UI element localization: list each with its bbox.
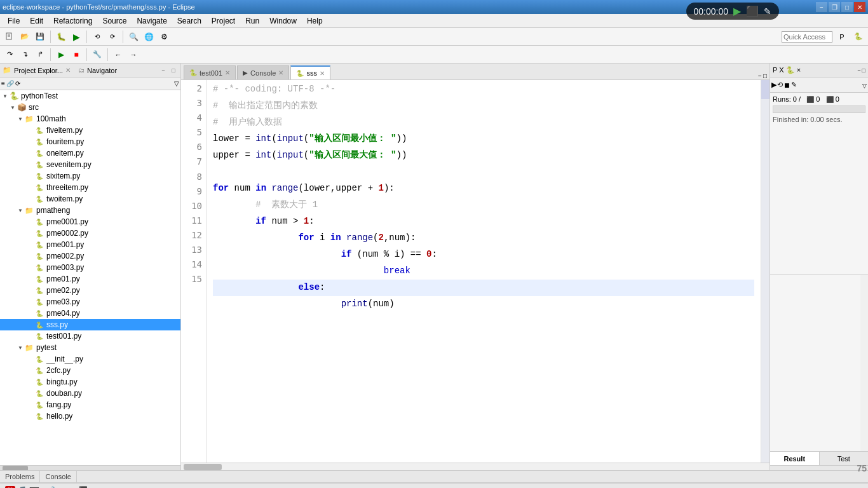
menu-project[interactable]: Project — [207, 15, 240, 27]
tree-item-pythontest[interactable]: ▼ 🐍 pythonTest — [0, 90, 180, 102]
menu-file[interactable]: File — [3, 15, 25, 27]
menu-refactoring[interactable]: Refactoring — [48, 15, 97, 27]
restore-btn[interactable]: ❐ — [829, 2, 840, 12]
step-over-btn[interactable]: ↷ — [3, 48, 17, 62]
close-btn[interactable]: ✕ — [854, 2, 865, 12]
toolbar-1: 📂 💾 🐛 ▶ ⟲ ⟳ 🔍 🌐 ⚙ P 🐍 — [0, 28, 868, 46]
menu-window[interactable]: Window — [264, 15, 302, 27]
link-editor-btn[interactable]: 🔗 — [6, 80, 14, 87]
tree-item-pme0002[interactable]: 🐍 pme0002.py — [0, 227, 180, 239]
rp-toolbar-menu[interactable]: ▽ — [862, 83, 867, 89]
tree-item-twoitem[interactable]: 🐍 twoitem.py — [0, 193, 180, 205]
maximize-btn[interactable]: □ — [841, 2, 853, 12]
toggle-pytest: ▼ — [18, 345, 24, 351]
save-btn[interactable]: 💾 — [33, 30, 47, 44]
rp-toolbar-btn-2[interactable]: ⟲ — [777, 81, 783, 89]
editor-maximize[interactable]: □ — [763, 72, 767, 79]
toolbar-btn-4[interactable]: ⟳ — [105, 30, 119, 44]
rp-minimize[interactable]: − — [857, 67, 860, 74]
toolbar-btn-6[interactable]: 🌐 — [142, 30, 156, 44]
run-config-btn[interactable]: ▶ — [54, 48, 68, 62]
tree-item-pme001[interactable]: 🐍 pme001.py — [0, 239, 180, 250]
editor-minimize[interactable]: − — [758, 72, 762, 79]
tree-item-pme02[interactable]: 🐍 pme02.py — [0, 285, 180, 296]
tree-item-pme01[interactable]: 🐍 pme01.py — [0, 273, 180, 285]
tree-item-pme03[interactable]: 🐍 pme03.py — [0, 296, 180, 308]
tree-item-douban[interactable]: 🐍 douban.py — [0, 388, 180, 399]
stop-btn[interactable]: ■ — [69, 48, 83, 62]
tree-item-2cfc[interactable]: 🐍 2cfc.py — [0, 365, 180, 376]
back-btn[interactable]: ← — [111, 48, 125, 62]
tab-close-sss[interactable]: ✕ — [320, 70, 325, 77]
h-scrollbar[interactable] — [181, 463, 770, 470]
tree-item-threeitem[interactable]: 🐍 threeitem.py — [0, 182, 180, 193]
rp-scrollbar[interactable] — [860, 275, 868, 452]
step-return-btn[interactable]: ↱ — [33, 48, 47, 62]
step-into-btn[interactable]: ↴ — [18, 48, 32, 62]
open-btn[interactable]: 📂 — [18, 30, 32, 44]
menu-edit[interactable]: Edit — [25, 15, 48, 27]
tree-item-oneitem[interactable]: 🐍 oneitem.py — [0, 147, 180, 159]
panel-maximize[interactable]: □ — [169, 66, 178, 75]
rp-toolbar-btn-4[interactable]: ✎ — [791, 81, 797, 89]
tab-close-console[interactable]: ✕ — [278, 69, 283, 76]
rp-toolbar-btn-3[interactable]: ⏹ — [783, 81, 790, 89]
bottom-problems[interactable]: Problems — [0, 470, 40, 483]
menu-run[interactable]: Run — [240, 15, 264, 27]
timer-play-btn[interactable]: ▶ — [733, 5, 741, 17]
sep-3 — [123, 30, 123, 43]
quick-access-input[interactable] — [782, 31, 832, 43]
menu-help[interactable]: Help — [302, 15, 328, 27]
tree-item-bingtu[interactable]: 🐍 bingtu.py — [0, 376, 180, 388]
rp-tab-result[interactable]: Result — [770, 452, 820, 466]
tab-sss[interactable]: 🐍 sss ✕ — [290, 65, 330, 79]
tree-item-100math[interactable]: ▼ 📁 100math — [0, 113, 180, 125]
tree-item-pme04[interactable]: 🐍 pme04.py — [0, 308, 180, 319]
toolbar-btn-7[interactable]: ⚙ — [157, 30, 171, 44]
tree-item-pme002[interactable]: 🐍 pme002.py — [0, 250, 180, 262]
minimap[interactable] — [761, 80, 770, 463]
explorer-close[interactable]: ✕ — [65, 67, 71, 74]
tree-item-pmatheng[interactable]: ▼ 📁 pmatheng — [0, 205, 180, 216]
tree-item-sixitem[interactable]: 🐍 sixitem.py — [0, 170, 180, 182]
bottom-console[interactable]: Console — [40, 470, 76, 483]
tree-item-fang[interactable]: 🐍 fang.py — [0, 399, 180, 410]
menu-navigate[interactable]: Navigate — [132, 15, 172, 27]
tree-item-sevenitem[interactable]: 🐍 sevenitem.py — [0, 159, 180, 170]
panel-minimize[interactable]: − — [159, 66, 168, 75]
forward-btn[interactable]: → — [126, 48, 140, 62]
rp-toolbar-btn-1[interactable]: ▶ — [771, 81, 776, 89]
tab-console[interactable]: ▶ Console ✕ — [237, 65, 289, 79]
tree-item-init[interactable]: 🐍 __init__.py — [0, 353, 180, 365]
tree-item-sss[interactable]: 🐍 sss.py — [0, 319, 180, 330]
tree-label-pme03: pme03.py — [46, 297, 80, 306]
tab-test001[interactable]: 🐍 test001 ✕ — [184, 65, 236, 79]
tree-item-fiveitem[interactable]: 🐍 fiveitem.py — [0, 125, 180, 136]
view-menu-btn[interactable]: ▽ — [174, 80, 179, 87]
rp-maximize[interactable]: □ — [862, 67, 865, 74]
code-editor[interactable]: # -*- coding: UTF-8 -*- # 输出指定范围内的素数 # 用… — [207, 80, 761, 463]
toolbar-btn-3[interactable]: ⟲ — [90, 30, 104, 44]
tree-item-hello[interactable]: 🐍 hello.py — [0, 410, 180, 422]
tree-item-pme003[interactable]: 🐍 pme003.py — [0, 262, 180, 273]
external-tools-btn[interactable]: 🔧 — [90, 48, 104, 62]
tree-item-pytest[interactable]: ▼ 📁 pytest — [0, 342, 180, 353]
perspective-btn[interactable]: P — [835, 30, 849, 44]
tree-item-fouritem[interactable]: 🐍 fouritem.py — [0, 136, 180, 147]
new-btn[interactable] — [3, 30, 17, 44]
tab-close-test001[interactable]: ✕ — [225, 69, 230, 76]
tree-item-src[interactable]: ▼ 📦 src — [0, 102, 180, 113]
collapse-all-btn[interactable]: ≡ — [1, 80, 5, 87]
timer-stop-btn[interactable]: ⬛ — [746, 5, 759, 17]
timer-edit-btn[interactable]: ✎ — [764, 6, 771, 17]
tree-item-test001[interactable]: 🐍 test001.py — [0, 330, 180, 342]
menu-source[interactable]: Source — [97, 15, 132, 27]
menu-search[interactable]: Search — [172, 15, 207, 27]
debug-btn[interactable]: 🐛 — [54, 30, 68, 44]
perspective-btn-2[interactable]: 🐍 — [851, 30, 865, 44]
sync-btn[interactable]: ⟳ — [15, 80, 20, 87]
tree-item-pme0001[interactable]: 🐍 pme0001.py — [0, 216, 180, 227]
minimize-btn[interactable]: − — [816, 2, 827, 12]
run-btn[interactable]: ▶ — [69, 30, 83, 44]
toolbar-btn-5[interactable]: 🔍 — [126, 30, 140, 44]
